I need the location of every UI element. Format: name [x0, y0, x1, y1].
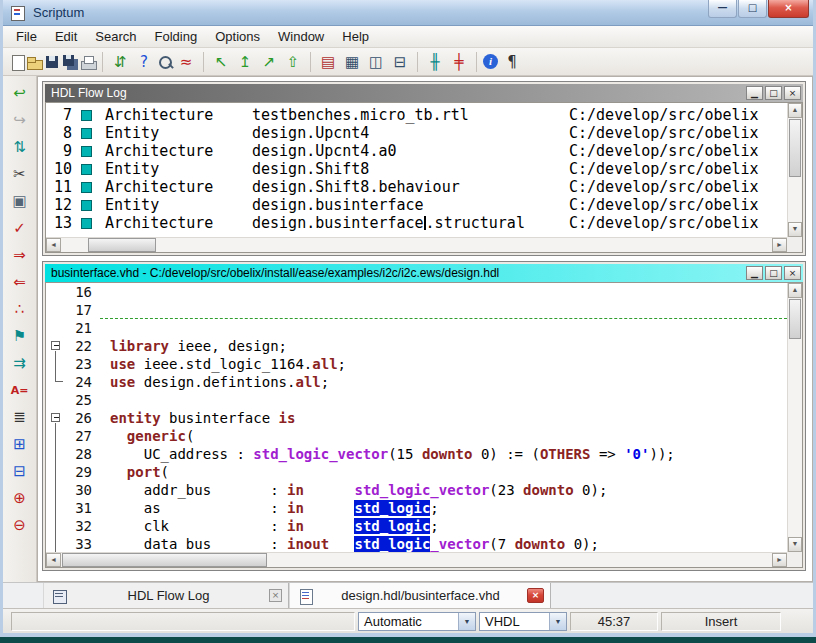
flow-log-row[interactable]: 7Architecturetestbenches.micro_tb.rtlC:/…: [46, 106, 787, 124]
menu-edit[interactable]: Edit: [46, 27, 86, 46]
flow-log-row[interactable]: 8Entitydesign.Upcnt4C:/develop/src/obeli…: [46, 124, 787, 142]
tab-design-hdl-businterface-vhd[interactable]: design.hdl/businterface.vhd×: [289, 583, 551, 608]
editor-horizontal-scrollbar[interactable]: ◄ ►: [46, 552, 787, 567]
tab-close-icon[interactable]: ×: [527, 588, 544, 603]
scrollbar-thumb[interactable]: [88, 238, 156, 252]
sync-scroll-icon[interactable]: ⇅: [8, 135, 32, 159]
flow-log-row[interactable]: 12Entitydesign.businterfaceC:/develop/sr…: [46, 196, 787, 214]
code-text[interactable]: [100, 391, 787, 409]
language-select[interactable]: VHDL ▼: [479, 612, 567, 631]
scroll-up-icon[interactable]: ▲: [788, 283, 802, 298]
editor-minimize-button[interactable]: ▁: [746, 266, 763, 280]
menu-file[interactable]: File: [7, 27, 46, 46]
flow-log-row[interactable]: 13Architecturedesign.businterface.struct…: [46, 214, 787, 232]
menu-help[interactable]: Help: [333, 27, 378, 46]
scroll-up-icon[interactable]: ▲: [788, 103, 802, 118]
diff-next-icon[interactable]: ╪: [447, 50, 471, 74]
code-text[interactable]: as : in std_logic;: [100, 499, 787, 517]
open-file-icon[interactable]: [25, 53, 43, 71]
print-icon[interactable]: [79, 53, 97, 71]
menu-search[interactable]: Search: [86, 27, 145, 46]
scroll-down-icon[interactable]: ▼: [788, 222, 802, 237]
code-text[interactable]: [100, 301, 787, 319]
tab-close-icon[interactable]: ×: [269, 589, 282, 602]
cut-icon[interactable]: ✂: [8, 162, 32, 186]
save-all-icon[interactable]: [61, 53, 79, 71]
collapse-all-folds-icon[interactable]: ⊟: [8, 459, 32, 483]
code-text[interactable]: use ieee.std_logic_1164.all;: [100, 355, 787, 373]
code-text[interactable]: [100, 283, 787, 301]
maximize-button[interactable]: □: [738, 0, 767, 18]
expand-fold-icon[interactable]: ⊕: [8, 486, 32, 510]
search-icon[interactable]: [156, 53, 174, 71]
redo-icon[interactable]: ↪: [8, 108, 32, 132]
flow-close-button[interactable]: ×: [784, 86, 801, 100]
diff-prev-icon[interactable]: ╫: [423, 50, 447, 74]
scrollbar-thumb[interactable]: [789, 299, 801, 339]
fold-toggle-icon[interactable]: [51, 413, 60, 422]
highlight-mode-select[interactable]: Automatic ▼: [358, 612, 476, 631]
cascade-windows-icon[interactable]: ▦: [340, 50, 364, 74]
save-icon[interactable]: [43, 53, 61, 71]
scrollbar-thumb[interactable]: [789, 119, 801, 177]
code-text[interactable]: generic(: [100, 427, 787, 445]
scrollbar-thumb[interactable]: [62, 553, 267, 567]
info-icon[interactable]: [482, 53, 500, 71]
code-text[interactable]: data_bus : inout std_logic_vector(7 down…: [100, 535, 787, 552]
collapse-fold-icon[interactable]: ⊖: [8, 513, 32, 537]
help-icon[interactable]: ?: [132, 50, 156, 74]
spellcheck-icon[interactable]: ✓: [8, 216, 32, 240]
match-case-icon[interactable]: A=: [8, 378, 32, 402]
flow-log-row[interactable]: 11Architecturedesign.Shift8.behaviourC:/…: [46, 178, 787, 196]
editor-title-bar[interactable]: businterface.vhd - C:/develop/src/obelix…: [45, 264, 803, 282]
editor-close-button[interactable]: ×: [784, 266, 801, 280]
reload-icon[interactable]: ⇵: [108, 50, 132, 74]
expand-all-folds-icon[interactable]: ⊞: [8, 432, 32, 456]
toggle-marker-icon[interactable]: ∴: [8, 297, 32, 321]
undo-icon[interactable]: ↩: [8, 81, 32, 105]
scroll-right-icon[interactable]: ►: [772, 238, 787, 252]
nav-forward-icon[interactable]: ↗: [257, 50, 281, 74]
code-area[interactable]: 16172122library ieee, design;23use ieee.…: [46, 283, 787, 552]
code-text[interactable]: [100, 319, 787, 337]
flow-horizontal-scrollbar[interactable]: ◄ ►: [46, 237, 787, 252]
pilcrow-icon[interactable]: ¶: [500, 50, 524, 74]
next-marker-icon[interactable]: ⇒: [8, 243, 32, 267]
paste-icon[interactable]: ▣: [8, 189, 32, 213]
menu-options[interactable]: Options: [206, 27, 269, 46]
split-vertical-icon[interactable]: ◫: [364, 50, 388, 74]
special-chars-icon[interactable]: ≈: [174, 50, 198, 74]
new-document-icon[interactable]: [7, 53, 25, 71]
code-text[interactable]: library ieee, design;: [100, 337, 787, 355]
flow-restore-button[interactable]: □: [765, 86, 782, 100]
bookmark-icon[interactable]: ⚑: [8, 324, 32, 348]
file-markers-icon[interactable]: ▤: [316, 50, 340, 74]
line-list-icon[interactable]: ≣: [8, 405, 32, 429]
menu-folding[interactable]: Folding: [146, 27, 207, 46]
fold-toggle-icon[interactable]: [51, 341, 60, 350]
code-text[interactable]: addr_bus : in std_logic_vector(23 downto…: [100, 481, 787, 499]
flow-log-row[interactable]: 10Entitydesign.Shift8C:/develop/src/obel…: [46, 160, 787, 178]
scroll-left-icon[interactable]: ◄: [46, 553, 61, 567]
close-button[interactable]: ×: [768, 0, 809, 18]
scroll-down-icon[interactable]: ▼: [788, 537, 802, 552]
minimize-button[interactable]: —: [708, 0, 737, 18]
scroll-left-icon[interactable]: ◄: [46, 238, 61, 252]
next-bookmark-icon[interactable]: ⇉: [8, 351, 32, 375]
nav-up-icon[interactable]: ↥: [233, 50, 257, 74]
flow-minimize-button[interactable]: ▁: [746, 86, 763, 100]
split-horizontal-icon[interactable]: ⊟: [388, 50, 412, 74]
code-text[interactable]: port(: [100, 463, 787, 481]
nav-top-icon[interactable]: ⇧: [281, 50, 305, 74]
tab-hdl-flow-log[interactable]: HDL Flow Log×: [43, 583, 289, 608]
code-text[interactable]: UC_address : std_logic_vector(15 downto …: [100, 445, 787, 463]
flow-log-title-bar[interactable]: HDL Flow Log ▁ □ ×: [45, 84, 803, 102]
editor-restore-button[interactable]: □: [765, 266, 782, 280]
prev-marker-icon[interactable]: ⇐: [8, 270, 32, 294]
code-text[interactable]: use design.defintions.all;: [100, 373, 787, 391]
flow-vertical-scrollbar[interactable]: ▲ ▼: [787, 103, 802, 237]
editor-vertical-scrollbar[interactable]: ▲ ▼: [787, 283, 802, 552]
nav-back-icon[interactable]: ↖: [209, 50, 233, 74]
scroll-right-icon[interactable]: ►: [772, 553, 787, 567]
flow-log-row[interactable]: 9Architecturedesign.Upcnt4.a0C:/develop/…: [46, 142, 787, 160]
